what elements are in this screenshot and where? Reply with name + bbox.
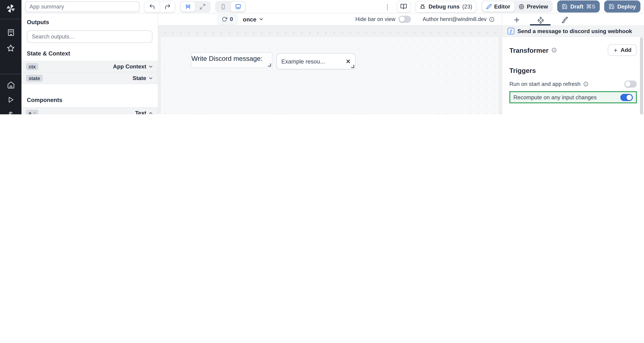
tab-preview[interactable]: Preview (514, 1, 552, 12)
components-title: Components (27, 96, 152, 103)
windmill-app-editor: ⋮ Debug runs (23) Editor Preview Draft (0, 0, 644, 114)
component-a-id: a (28, 110, 31, 114)
state-row[interactable]: state State (22, 72, 158, 84)
home-icon[interactable] (5, 80, 16, 90)
transformer-title: Transformer (510, 46, 548, 54)
hide-bar-toggle[interactable] (398, 16, 411, 23)
refresh-icon (222, 16, 227, 22)
windmill-logo-icon[interactable] (5, 3, 16, 14)
layout-toggle-group (180, 1, 211, 12)
refresh-mode-dropdown[interactable]: once (243, 16, 264, 23)
hide-bar-label: Hide bar on view (356, 16, 395, 22)
debug-runs-label: Debug runs (428, 4, 460, 10)
editor-preview-toggle: Editor Preview (481, 0, 553, 12)
favorites-star-icon[interactable] (5, 44, 16, 53)
outputs-title: Outputs (27, 19, 152, 26)
info-icon (489, 16, 495, 22)
workspace-icon[interactable] (5, 28, 16, 37)
settings-tabs (502, 14, 644, 26)
recompute-row: Recompute on any input changes (510, 91, 637, 103)
top-toolbar: ⋮ Debug runs (23) Editor Preview Draft (22, 0, 644, 14)
mobile-view-button[interactable] (216, 2, 230, 12)
fullscreen-layout-button[interactable] (196, 2, 210, 12)
recompute-toggle[interactable] (620, 94, 633, 101)
runs-play-icon[interactable] (5, 95, 16, 105)
search-outputs-input[interactable] (27, 30, 152, 43)
author-label: Author henri@windmill.dev (422, 16, 486, 22)
canvas-toolbar: 0 once Hide bar on view Author henri@win… (158, 14, 502, 26)
run-on-start-label: Run on start and app refresh (510, 81, 580, 87)
state-badge: state (26, 74, 43, 82)
selected-runnable-header: f Send a message to discord using webhoo… (502, 26, 644, 37)
chevron-down-icon (148, 76, 154, 81)
undo-redo-group (144, 1, 175, 12)
deploy-button[interactable]: Deploy (604, 0, 640, 12)
refresh-mode-value: once (243, 16, 256, 23)
more-menu-kebab-icon[interactable]: ⋮ (382, 3, 392, 10)
desktop-view-button[interactable] (231, 2, 245, 12)
draft-shortcut: ⌘S (586, 3, 596, 10)
debug-runs-count: (23) (462, 4, 472, 10)
undo-button[interactable] (144, 1, 160, 12)
device-toggle-group (215, 1, 246, 12)
editor-label: Editor (494, 4, 510, 10)
draft-label: Draft (570, 4, 584, 10)
deploy-label: Deploy (617, 4, 636, 10)
chevron-down-icon (259, 16, 264, 22)
text-component[interactable]: Write Discord message: (192, 53, 272, 68)
ctx-badge: ctx (26, 63, 38, 70)
text-component-value: Write Discord message: (192, 53, 262, 62)
info-icon (551, 48, 557, 53)
rail-divider (0, 19, 22, 19)
resource-select-value: Example resou... (281, 58, 342, 65)
function-icon: f (508, 28, 514, 34)
canvas-grid-card (160, 36, 499, 114)
recompute-label: Recompute on any input changes (514, 94, 597, 100)
run-on-start-toggle[interactable] (624, 80, 637, 88)
refresh-count-button[interactable]: 0 (217, 14, 238, 24)
centered-layout-button[interactable] (181, 2, 195, 12)
component-settings-panel: f Send a message to discord using webhoo… (502, 14, 644, 114)
panel-scrollbar[interactable] (640, 37, 644, 114)
rail-divider (0, 74, 22, 74)
state-type: State (132, 75, 146, 81)
preview-label: Preview (527, 4, 548, 10)
triggers-title: Triggers (510, 67, 637, 74)
selected-runnable-title: Send a message to discord using webhook (518, 28, 632, 34)
component-a-header[interactable]: a☝ Text (22, 107, 158, 114)
tab-editor[interactable]: Editor (482, 1, 514, 12)
info-icon (583, 82, 588, 87)
tab-settings-component-icon[interactable] (537, 16, 545, 24)
plus-icon (613, 48, 618, 52)
app-summary-input[interactable] (25, 1, 140, 12)
tab-styling-brush-icon[interactable] (561, 16, 568, 24)
resize-handle[interactable] (351, 65, 354, 68)
outputs-panel: Outputs State & Context ctx App Context … (22, 14, 158, 114)
refresh-count: 0 (230, 16, 233, 22)
add-transformer-button[interactable]: Add (608, 44, 637, 56)
ctx-type: App Context (113, 64, 146, 70)
variables-dollar-icon[interactable] (5, 110, 16, 114)
ctx-row[interactable]: ctx App Context (22, 61, 158, 72)
active-tab-underline (530, 24, 550, 26)
state-context-title: State & Context (27, 50, 152, 57)
debug-runs-button[interactable]: Debug runs (23) (415, 1, 477, 12)
docs-book-button[interactable] (397, 1, 411, 12)
chevron-down-icon (148, 64, 154, 69)
draft-button[interactable]: Draft ⌘S (558, 0, 600, 12)
clear-selection-icon[interactable]: ✕ (346, 58, 350, 65)
add-label: Add (620, 47, 632, 53)
hand-pointer-icon: ☝ (33, 111, 36, 114)
resize-handle[interactable] (268, 64, 271, 67)
resource-select-component[interactable]: Example resou... ✕ (276, 53, 356, 69)
left-rail (0, 0, 22, 114)
component-a-type: Text (135, 110, 146, 114)
chevron-up-icon (148, 110, 154, 114)
tab-insert-plus-icon[interactable] (513, 16, 520, 24)
redo-button[interactable] (160, 1, 175, 12)
app-canvas[interactable]: Write Discord message: Example resou... … (158, 26, 502, 114)
